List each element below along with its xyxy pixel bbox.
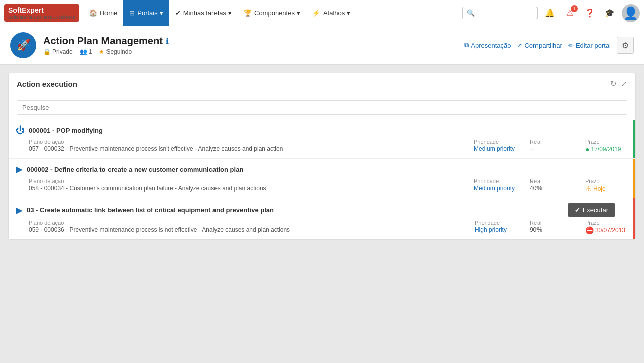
item3-title: 03 - Create automatic link between list …: [27, 206, 274, 214]
nav-componentes-label: Componentes: [254, 9, 295, 17]
share-button[interactable]: ↗ Compartilhar: [517, 42, 562, 49]
avatar-icon: 👤: [623, 6, 638, 20]
nav-tarefas-label: Minhas tarefas: [183, 9, 226, 17]
nav-portais-label: Portais: [137, 9, 157, 17]
item3-plano-value: 059 - 000036 - Preventive maintenance pr…: [29, 226, 475, 233]
rocket-icon: 🚀: [17, 39, 30, 52]
item1-plano-value: 057 - 000032 - Preventive maintenance pr…: [29, 145, 474, 152]
item2-real-value: 40%: [530, 185, 570, 192]
people-icon: 👥: [80, 48, 87, 55]
check-icon: ✔: [175, 9, 181, 17]
item3-real: Real 90%: [530, 220, 570, 233]
item2-prioridade: Prioridade Medium priority: [474, 178, 515, 192]
share-icon: ↗: [517, 42, 522, 49]
action-item-1: ⏻ 000001 - POP modifying Plano de ação 0…: [9, 120, 635, 159]
info-icon[interactable]: ℹ: [166, 37, 168, 45]
execute-button[interactable]: ✔ Executar: [568, 203, 615, 217]
members-label: 👥 1: [80, 48, 92, 55]
item3-left: Plano de ação 059 - 000036 - Preventive …: [29, 220, 475, 233]
search-input[interactable]: [477, 9, 537, 17]
search-icon: 🔍: [467, 9, 475, 17]
nav-componentes[interactable]: 🏆 Componentes ▾: [238, 0, 306, 26]
item3-status-icon: ▶: [16, 205, 23, 216]
tarefas-chevron-icon: ▾: [228, 9, 232, 17]
portal-actions: ⧉ Apresentação ↗ Compartilhar ✏ Editar p…: [464, 37, 634, 54]
settings-button[interactable]: ⚙: [617, 37, 634, 54]
search-box[interactable]: 🔍: [462, 7, 538, 19]
logo-box[interactable]: SoftExpert Software for Business Excelle…: [4, 4, 79, 22]
navbar: SoftExpert Software for Business Excelle…: [0, 0, 644, 26]
presentation-button[interactable]: ⧉ Apresentação: [464, 41, 511, 49]
item2-prazo-label: Prazo: [585, 178, 625, 184]
item3-right: Prioridade High priority Real 90% Prazo …: [475, 220, 625, 234]
action-item-3: ▶ 03 - Create automatic link between lis…: [9, 198, 635, 239]
item3-header: ▶ 03 - Create automatic link between lis…: [9, 198, 635, 219]
item1-status-bar: [633, 120, 635, 158]
item1-status-icon: ⏻: [16, 125, 25, 136]
refresh-button[interactable]: ↻: [610, 79, 617, 88]
avatar[interactable]: 👤: [622, 4, 640, 22]
widget-header: Action execution ↻ ⤢: [9, 73, 635, 95]
item3-prazo-label: Prazo: [585, 220, 625, 226]
question-icon: ❓: [585, 8, 595, 18]
portais-icon: ⊞: [129, 9, 135, 17]
item3-header-left: ▶ 03 - Create automatic link between lis…: [16, 205, 274, 216]
nav-atalhos[interactable]: ⚡ Atalhos ▾: [306, 0, 356, 26]
action-execution-widget: Action execution ↻ ⤢ ⏻ 000001 - POP modi…: [8, 73, 636, 240]
item1-prioridade: Prioridade Medium priority: [474, 139, 515, 152]
widget-search-input[interactable]: [17, 100, 627, 115]
presentation-icon: ⧉: [464, 41, 469, 49]
item2-prazo: Prazo ⚠ Hoje: [585, 178, 625, 193]
graduation-button[interactable]: 🎓: [602, 5, 618, 21]
home-icon: 🏠: [89, 9, 97, 17]
item2-prioridade-value: Medium priority: [474, 185, 515, 192]
error-circle-icon: ⛔: [585, 226, 594, 234]
item2-prioridade-label: Prioridade: [474, 178, 515, 184]
star-icon: ★: [99, 48, 104, 55]
item1-title: 000001 - POP modifying: [29, 127, 103, 134]
item2-header: ▶ 000002 - Define criteria to create a n…: [9, 159, 635, 177]
alerts-button[interactable]: ⚠ 1: [562, 5, 578, 21]
widget-title: Action execution: [17, 80, 77, 88]
item1-right: Prioridade Medium priority Real -- Prazo…: [474, 139, 625, 153]
componentes-chevron-icon: ▾: [297, 9, 300, 17]
item2-real: Real 40%: [530, 178, 570, 192]
item2-body: Plano de ação 058 - 000034 - Customer's …: [9, 177, 635, 198]
notifications-button[interactable]: 🔔: [542, 5, 558, 21]
item1-real: Real --: [530, 139, 570, 152]
lightning-icon: ⚡: [312, 9, 320, 17]
widget-search: [9, 95, 635, 120]
widget-controls: ↻ ⤢: [610, 79, 627, 88]
atalhos-chevron-icon: ▾: [347, 9, 350, 17]
edit-portal-button[interactable]: ✏ Editar portal: [568, 42, 611, 49]
item3-prazo: Prazo ⛔ 30/07/2013: [585, 220, 625, 234]
item2-status-icon: ▶: [16, 164, 23, 175]
item1-prazo-value: ● 17/09/2019: [585, 145, 625, 153]
logo-soft: Soft: [8, 6, 22, 14]
following-label: ★ Seguindo: [99, 48, 132, 55]
item3-prazo-value: ⛔ 30/07/2013: [585, 226, 625, 234]
nav-portais[interactable]: ⊞ Portais ▾: [123, 0, 169, 26]
item2-plano-label: Plano de ação: [29, 178, 474, 184]
logo: SoftExpert Software for Business Excelle…: [4, 4, 79, 22]
alerts-badge: 1: [571, 5, 578, 12]
check-icon: ✔: [575, 206, 580, 214]
logo-expert: Expert: [22, 6, 44, 14]
expand-button[interactable]: ⤢: [621, 79, 627, 88]
trophy-icon: 🏆: [244, 9, 252, 17]
portais-chevron-icon: ▾: [160, 9, 163, 17]
nav-minhas-tarefas[interactable]: ✔ Minhas tarefas ▾: [169, 0, 238, 26]
item1-prioridade-label: Prioridade: [474, 139, 515, 145]
portal-title: Action Plan Management ℹ: [43, 35, 168, 47]
item1-prioridade-value: Medium priority: [474, 145, 515, 152]
edit-icon: ✏: [568, 42, 574, 49]
nav-home[interactable]: 🏠 Home: [83, 0, 124, 26]
nav-atalhos-label: Atalhos: [323, 9, 345, 17]
item2-prazo-value: ⚠ Hoje: [585, 185, 625, 193]
item3-real-value: 90%: [530, 226, 570, 233]
portal-icon: 🚀: [10, 32, 36, 58]
warning-circle-icon: ⚠: [585, 185, 592, 193]
item1-body: Plano de ação 057 - 000032 - Preventive …: [9, 138, 635, 158]
item3-real-label: Real: [530, 220, 570, 226]
help-button[interactable]: ❓: [582, 5, 598, 21]
